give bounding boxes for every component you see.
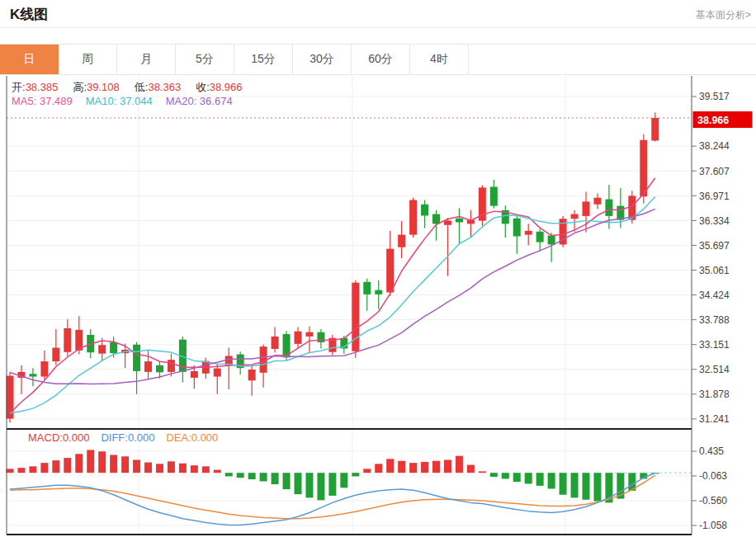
macd-bar — [421, 462, 428, 473]
ohlc-row: 开:38.385 高:39.108 低:38.363 收:38.966 — [12, 80, 258, 95]
macd-bar — [87, 450, 94, 473]
candle — [548, 236, 555, 245]
candle — [52, 348, 59, 362]
candle — [248, 370, 256, 380]
candle — [29, 374, 36, 376]
candle — [525, 231, 532, 235]
price-tick-label: 31.878 — [699, 389, 730, 400]
price-tick-label: 34.424 — [699, 290, 730, 301]
macd-bar — [536, 473, 544, 486]
price-tick-label: 33.788 — [699, 314, 730, 326]
macd-bar — [432, 461, 440, 473]
fundamental-analysis-link[interactable]: 基本面分析> — [696, 8, 751, 22]
candle — [272, 337, 279, 349]
timeframe-tabs: 日 周 月 5分 15分 30分 60分 4时 — [0, 44, 756, 75]
macd-bar — [225, 473, 233, 476]
macd-bar — [456, 456, 463, 473]
macd-bar — [121, 456, 129, 473]
tab-4hour[interactable]: 4时 — [410, 45, 469, 74]
macd-bar — [237, 473, 244, 478]
candle — [144, 361, 152, 372]
macd-bar — [525, 473, 532, 483]
macd-bar — [363, 469, 371, 473]
macd-bar — [328, 473, 336, 496]
price-tick-label: 36.334 — [699, 215, 730, 227]
macd-legend-row: MACD:0.000 DIFF:0.000 DEA:0.000 — [28, 431, 229, 444]
macd-bar — [386, 459, 394, 473]
price-tick-label: 38.244 — [699, 140, 730, 152]
low-label: 低: — [135, 81, 149, 93]
candle — [375, 290, 382, 294]
tab-week[interactable]: 周 — [59, 45, 117, 74]
macd-bar — [52, 460, 59, 473]
candle — [432, 214, 440, 224]
open-pair: 开:38.385 — [12, 80, 58, 95]
macd-bar — [214, 470, 221, 473]
macd-bar — [17, 468, 25, 473]
price-tick-label: 37.607 — [699, 166, 730, 177]
macd-bar — [317, 473, 324, 500]
tab-60min[interactable]: 60分 — [352, 45, 410, 74]
candle — [295, 332, 302, 344]
ma10-line — [10, 196, 655, 412]
candle — [317, 332, 324, 342]
macd-tick-label: -0.063 — [699, 470, 727, 482]
candle — [168, 360, 175, 372]
macd-bar — [295, 473, 302, 494]
macd-bar — [398, 461, 405, 473]
macd-tick-label: -1.058 — [699, 520, 727, 531]
price-tick-label: 35.697 — [699, 240, 730, 252]
candle — [40, 361, 48, 376]
macd-bar — [156, 464, 163, 473]
price-tick-label: 33.151 — [699, 339, 730, 351]
page-title: K线图 — [10, 5, 48, 24]
macd-bar — [260, 473, 267, 481]
macd-bar — [168, 461, 175, 473]
dea-value: DEA:0.000 — [166, 431, 218, 444]
candle — [398, 235, 405, 247]
candle — [110, 342, 117, 353]
macd-bar — [29, 466, 36, 473]
macd-bar — [409, 463, 417, 473]
diff-value: DIFF:0.000 — [101, 431, 154, 444]
ma20-value: MA20: 36.674 — [166, 95, 233, 107]
macd-bar — [40, 463, 48, 473]
candle — [536, 232, 544, 243]
macd-bar — [110, 455, 117, 473]
tab-month[interactable]: 月 — [117, 45, 176, 74]
macd-bar — [191, 465, 198, 473]
candle — [651, 118, 659, 140]
candle — [444, 221, 451, 225]
macd-bar — [571, 473, 579, 497]
macd-bar — [593, 473, 601, 501]
close-value: 38.966 — [210, 81, 243, 93]
macd-bar — [560, 473, 567, 495]
low-pair: 低:38.363 — [135, 80, 181, 95]
candle — [583, 201, 590, 215]
price-tick-label: 32.514 — [699, 364, 730, 375]
macd-bar — [202, 466, 210, 473]
macd-bar — [375, 464, 382, 473]
macd-bar — [144, 463, 152, 473]
ma5-value: MA5: 37.489 — [12, 95, 73, 107]
candle — [386, 249, 394, 293]
price-tick-label: 35.061 — [699, 265, 730, 276]
close-label: 收: — [196, 81, 210, 93]
candle — [305, 332, 313, 337]
ma-legend-row: MA5: 37.489 MA10: 37.044 MA20: 36.674 — [12, 95, 246, 107]
tab-5min[interactable]: 5分 — [176, 45, 234, 74]
ma5-line — [10, 178, 655, 413]
candle — [64, 328, 71, 352]
candle — [133, 345, 140, 371]
tab-day[interactable]: 日 — [0, 45, 59, 74]
candle — [421, 205, 428, 216]
macd-bar — [179, 464, 187, 473]
candle — [640, 140, 647, 197]
close-pair: 收:38.966 — [196, 80, 242, 95]
macd-bar — [64, 458, 71, 473]
tab-15min[interactable]: 15分 — [234, 45, 293, 74]
high-value: 39.108 — [87, 81, 120, 93]
price-tick-label: 36.971 — [699, 191, 730, 202]
tab-30min[interactable]: 30分 — [293, 45, 352, 74]
macd-bar — [272, 473, 279, 484]
